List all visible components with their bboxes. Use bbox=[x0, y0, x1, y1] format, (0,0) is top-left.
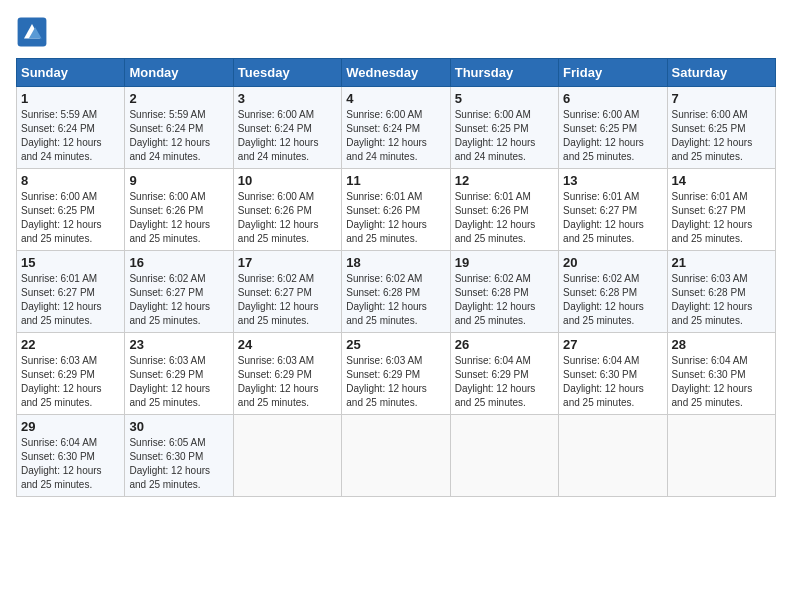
calendar-cell: 15 Sunrise: 6:01 AM Sunset: 6:27 PM Dayl… bbox=[17, 251, 125, 333]
calendar-cell: 17 Sunrise: 6:02 AM Sunset: 6:27 PM Dayl… bbox=[233, 251, 341, 333]
day-number: 20 bbox=[563, 255, 662, 270]
day-number: 4 bbox=[346, 91, 445, 106]
day-number: 13 bbox=[563, 173, 662, 188]
day-info: Sunrise: 6:00 AM Sunset: 6:25 PM Dayligh… bbox=[563, 108, 662, 164]
calendar-cell bbox=[667, 415, 775, 497]
logo-icon bbox=[16, 16, 48, 48]
calendar-cell: 12 Sunrise: 6:01 AM Sunset: 6:26 PM Dayl… bbox=[450, 169, 558, 251]
day-number: 18 bbox=[346, 255, 445, 270]
day-number: 26 bbox=[455, 337, 554, 352]
day-number: 16 bbox=[129, 255, 228, 270]
day-info: Sunrise: 6:03 AM Sunset: 6:28 PM Dayligh… bbox=[672, 272, 771, 328]
day-number: 27 bbox=[563, 337, 662, 352]
weekday-header: Wednesday bbox=[342, 59, 450, 87]
day-number: 17 bbox=[238, 255, 337, 270]
calendar-cell: 5 Sunrise: 6:00 AM Sunset: 6:25 PM Dayli… bbox=[450, 87, 558, 169]
calendar-cell: 28 Sunrise: 6:04 AM Sunset: 6:30 PM Dayl… bbox=[667, 333, 775, 415]
day-info: Sunrise: 6:04 AM Sunset: 6:30 PM Dayligh… bbox=[672, 354, 771, 410]
weekday-header: Sunday bbox=[17, 59, 125, 87]
calendar-cell: 11 Sunrise: 6:01 AM Sunset: 6:26 PM Dayl… bbox=[342, 169, 450, 251]
day-info: Sunrise: 6:04 AM Sunset: 6:30 PM Dayligh… bbox=[21, 436, 120, 492]
logo bbox=[16, 16, 52, 48]
day-number: 24 bbox=[238, 337, 337, 352]
calendar-cell: 24 Sunrise: 6:03 AM Sunset: 6:29 PM Dayl… bbox=[233, 333, 341, 415]
day-info: Sunrise: 6:03 AM Sunset: 6:29 PM Dayligh… bbox=[21, 354, 120, 410]
calendar-cell: 23 Sunrise: 6:03 AM Sunset: 6:29 PM Dayl… bbox=[125, 333, 233, 415]
calendar-cell: 10 Sunrise: 6:00 AM Sunset: 6:26 PM Dayl… bbox=[233, 169, 341, 251]
calendar-cell: 7 Sunrise: 6:00 AM Sunset: 6:25 PM Dayli… bbox=[667, 87, 775, 169]
day-number: 10 bbox=[238, 173, 337, 188]
day-number: 6 bbox=[563, 91, 662, 106]
day-info: Sunrise: 6:00 AM Sunset: 6:26 PM Dayligh… bbox=[238, 190, 337, 246]
calendar-cell: 2 Sunrise: 5:59 AM Sunset: 6:24 PM Dayli… bbox=[125, 87, 233, 169]
day-number: 21 bbox=[672, 255, 771, 270]
calendar-cell bbox=[450, 415, 558, 497]
day-number: 7 bbox=[672, 91, 771, 106]
day-info: Sunrise: 6:00 AM Sunset: 6:25 PM Dayligh… bbox=[21, 190, 120, 246]
day-info: Sunrise: 6:03 AM Sunset: 6:29 PM Dayligh… bbox=[129, 354, 228, 410]
day-number: 2 bbox=[129, 91, 228, 106]
day-number: 3 bbox=[238, 91, 337, 106]
calendar-week-row: 29 Sunrise: 6:04 AM Sunset: 6:30 PM Dayl… bbox=[17, 415, 776, 497]
calendar-cell: 9 Sunrise: 6:00 AM Sunset: 6:26 PM Dayli… bbox=[125, 169, 233, 251]
weekday-header: Friday bbox=[559, 59, 667, 87]
day-info: Sunrise: 6:05 AM Sunset: 6:30 PM Dayligh… bbox=[129, 436, 228, 492]
day-number: 1 bbox=[21, 91, 120, 106]
day-info: Sunrise: 6:00 AM Sunset: 6:24 PM Dayligh… bbox=[346, 108, 445, 164]
day-info: Sunrise: 6:03 AM Sunset: 6:29 PM Dayligh… bbox=[238, 354, 337, 410]
calendar-table: SundayMondayTuesdayWednesdayThursdayFrid… bbox=[16, 58, 776, 497]
day-number: 5 bbox=[455, 91, 554, 106]
calendar-cell bbox=[559, 415, 667, 497]
calendar-week-row: 8 Sunrise: 6:00 AM Sunset: 6:25 PM Dayli… bbox=[17, 169, 776, 251]
day-info: Sunrise: 6:02 AM Sunset: 6:28 PM Dayligh… bbox=[563, 272, 662, 328]
calendar-cell: 13 Sunrise: 6:01 AM Sunset: 6:27 PM Dayl… bbox=[559, 169, 667, 251]
day-number: 25 bbox=[346, 337, 445, 352]
day-info: Sunrise: 6:01 AM Sunset: 6:27 PM Dayligh… bbox=[672, 190, 771, 246]
weekday-header: Saturday bbox=[667, 59, 775, 87]
calendar-cell: 1 Sunrise: 5:59 AM Sunset: 6:24 PM Dayli… bbox=[17, 87, 125, 169]
calendar-cell: 21 Sunrise: 6:03 AM Sunset: 6:28 PM Dayl… bbox=[667, 251, 775, 333]
day-info: Sunrise: 6:01 AM Sunset: 6:27 PM Dayligh… bbox=[563, 190, 662, 246]
page-header bbox=[16, 16, 776, 48]
calendar-week-row: 15 Sunrise: 6:01 AM Sunset: 6:27 PM Dayl… bbox=[17, 251, 776, 333]
day-number: 9 bbox=[129, 173, 228, 188]
weekday-header: Tuesday bbox=[233, 59, 341, 87]
day-number: 30 bbox=[129, 419, 228, 434]
calendar-cell: 14 Sunrise: 6:01 AM Sunset: 6:27 PM Dayl… bbox=[667, 169, 775, 251]
day-info: Sunrise: 6:01 AM Sunset: 6:26 PM Dayligh… bbox=[346, 190, 445, 246]
calendar-week-row: 1 Sunrise: 5:59 AM Sunset: 6:24 PM Dayli… bbox=[17, 87, 776, 169]
day-info: Sunrise: 6:01 AM Sunset: 6:26 PM Dayligh… bbox=[455, 190, 554, 246]
day-number: 12 bbox=[455, 173, 554, 188]
calendar-cell: 16 Sunrise: 6:02 AM Sunset: 6:27 PM Dayl… bbox=[125, 251, 233, 333]
day-number: 28 bbox=[672, 337, 771, 352]
calendar-cell: 22 Sunrise: 6:03 AM Sunset: 6:29 PM Dayl… bbox=[17, 333, 125, 415]
day-number: 22 bbox=[21, 337, 120, 352]
day-number: 11 bbox=[346, 173, 445, 188]
day-number: 23 bbox=[129, 337, 228, 352]
calendar-week-row: 22 Sunrise: 6:03 AM Sunset: 6:29 PM Dayl… bbox=[17, 333, 776, 415]
calendar-cell: 20 Sunrise: 6:02 AM Sunset: 6:28 PM Dayl… bbox=[559, 251, 667, 333]
day-number: 14 bbox=[672, 173, 771, 188]
day-info: Sunrise: 6:03 AM Sunset: 6:29 PM Dayligh… bbox=[346, 354, 445, 410]
calendar-cell: 19 Sunrise: 6:02 AM Sunset: 6:28 PM Dayl… bbox=[450, 251, 558, 333]
day-info: Sunrise: 6:00 AM Sunset: 6:25 PM Dayligh… bbox=[672, 108, 771, 164]
calendar-cell: 29 Sunrise: 6:04 AM Sunset: 6:30 PM Dayl… bbox=[17, 415, 125, 497]
day-info: Sunrise: 6:00 AM Sunset: 6:26 PM Dayligh… bbox=[129, 190, 228, 246]
calendar-cell: 18 Sunrise: 6:02 AM Sunset: 6:28 PM Dayl… bbox=[342, 251, 450, 333]
day-info: Sunrise: 6:02 AM Sunset: 6:28 PM Dayligh… bbox=[346, 272, 445, 328]
calendar-cell: 25 Sunrise: 6:03 AM Sunset: 6:29 PM Dayl… bbox=[342, 333, 450, 415]
calendar-cell: 26 Sunrise: 6:04 AM Sunset: 6:29 PM Dayl… bbox=[450, 333, 558, 415]
calendar-cell: 30 Sunrise: 6:05 AM Sunset: 6:30 PM Dayl… bbox=[125, 415, 233, 497]
weekday-header: Thursday bbox=[450, 59, 558, 87]
day-info: Sunrise: 6:02 AM Sunset: 6:27 PM Dayligh… bbox=[129, 272, 228, 328]
day-info: Sunrise: 6:00 AM Sunset: 6:25 PM Dayligh… bbox=[455, 108, 554, 164]
calendar-cell: 8 Sunrise: 6:00 AM Sunset: 6:25 PM Dayli… bbox=[17, 169, 125, 251]
day-info: Sunrise: 6:04 AM Sunset: 6:30 PM Dayligh… bbox=[563, 354, 662, 410]
day-info: Sunrise: 6:02 AM Sunset: 6:28 PM Dayligh… bbox=[455, 272, 554, 328]
calendar-header: SundayMondayTuesdayWednesdayThursdayFrid… bbox=[17, 59, 776, 87]
day-number: 15 bbox=[21, 255, 120, 270]
calendar-cell bbox=[342, 415, 450, 497]
calendar-cell: 27 Sunrise: 6:04 AM Sunset: 6:30 PM Dayl… bbox=[559, 333, 667, 415]
weekday-header: Monday bbox=[125, 59, 233, 87]
calendar-cell: 4 Sunrise: 6:00 AM Sunset: 6:24 PM Dayli… bbox=[342, 87, 450, 169]
